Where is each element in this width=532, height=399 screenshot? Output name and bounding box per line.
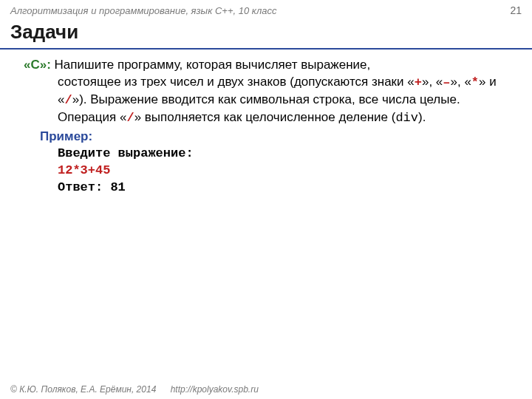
task-text: », «: [422, 75, 443, 89]
op-div: /: [64, 93, 72, 107]
task-text: ).: [418, 110, 426, 124]
footer-url: http://kpolyakov.spb.ru: [171, 384, 259, 395]
example-label: Пример:: [24, 129, 508, 146]
op-mul: *: [471, 75, 479, 89]
task-first-line: «С»: Напишите программу, которая вычисля…: [24, 57, 508, 74]
example-block: Введите выражение: 12*3+45 Ответ: 81: [24, 146, 508, 197]
op-plus: +: [415, 75, 422, 89]
task-text: », «: [451, 75, 471, 89]
course-title: Алгоритмизация и программирование, язык …: [10, 5, 276, 16]
slide-content: «С»: Напишите программу, которая вычисля…: [0, 50, 532, 197]
task-label: «С»:: [24, 58, 51, 72]
task-body: состоящее из трех чисел и двух знаков (д…: [24, 74, 508, 127]
slide-footer: © К.Ю. Поляков, Е.А. Ерёмин, 2014 http:/…: [10, 384, 259, 395]
task-text: состоящее из трех чисел и двух знаков (д…: [58, 75, 415, 89]
copyright: © К.Ю. Поляков, Е.А. Ерёмин, 2014: [10, 384, 156, 395]
example-expression: 12*3+45: [58, 163, 508, 180]
slide-header: Алгоритмизация и программирование, язык …: [0, 0, 532, 19]
div-keyword: div: [395, 111, 418, 125]
task-text: » выполняется как целочисленное деление …: [134, 110, 396, 124]
page-number: 21: [510, 4, 522, 16]
example-prompt: Введите выражение:: [58, 146, 508, 163]
op-div-2: /: [126, 111, 134, 125]
op-minus: –: [443, 75, 450, 89]
example-answer: Ответ: 81: [58, 180, 508, 197]
slide-title: Задачи: [0, 19, 532, 50]
task-text-start: Напишите программу, которая вычисляет вы…: [51, 58, 370, 72]
